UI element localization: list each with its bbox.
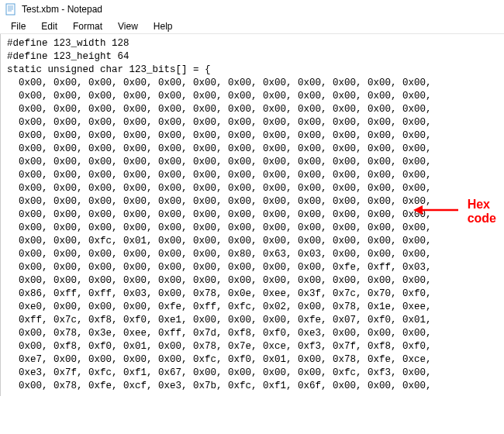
code-line: 0x00, 0x00, 0x00, 0x00, 0x00, 0x00, 0x00… [7, 90, 498, 103]
annotation-line1: Hex [468, 198, 496, 212]
svg-marker-6 [413, 205, 423, 215]
window-title: Test.xbm - Notepad [22, 4, 102, 15]
title-bar: Test.xbm - Notepad [0, 0, 504, 19]
code-line: 0x00, 0x78, 0x3e, 0xee, 0xff, 0x7d, 0xf8… [7, 327, 498, 340]
menu-file[interactable]: File [3, 20, 33, 32]
code-line: 0x86, 0xff, 0xff, 0x03, 0x00, 0x78, 0x0e… [7, 288, 498, 301]
code-line: #define 123_width 128 [7, 37, 498, 50]
menu-view[interactable]: View [110, 20, 146, 32]
code-line: 0x00, 0x00, 0x00, 0x00, 0x00, 0x00, 0x00… [7, 156, 498, 169]
code-line: 0xff, 0x7c, 0xf8, 0xf0, 0xe1, 0x00, 0x00… [7, 314, 498, 327]
code-line: 0x00, 0x78, 0xfe, 0xcf, 0xe3, 0x7b, 0xfc… [7, 380, 498, 393]
code-line: 0x00, 0x00, 0x00, 0x00, 0x00, 0x00, 0x00… [7, 129, 498, 143]
code-line: 0x00, 0x00, 0x00, 0x00, 0x00, 0x00, 0x00… [7, 103, 498, 116]
code-line: #define 123_height 64 [7, 50, 498, 64]
menu-help[interactable]: Help [146, 20, 181, 32]
code-line: 0x00, 0x00, 0x00, 0x00, 0x00, 0x00, 0x00… [7, 261, 498, 274]
code-line: 0x00, 0x00, 0x00, 0x00, 0x00, 0x00, 0x80… [7, 248, 498, 261]
code-line: 0x00, 0x00, 0xfc, 0x01, 0x00, 0x00, 0x00… [7, 235, 498, 248]
annotation-text: Hex code [468, 198, 496, 226]
annotation-line2: code [468, 212, 496, 226]
code-line: 0x00, 0x00, 0x00, 0x00, 0x00, 0x00, 0x00… [7, 182, 498, 195]
menu-edit[interactable]: Edit [33, 20, 65, 32]
menu-format[interactable]: Format [65, 20, 110, 32]
code-line: 0x00, 0x00, 0x00, 0x00, 0x00, 0x00, 0x00… [7, 169, 498, 182]
code-line: 0x00, 0x00, 0x00, 0x00, 0x00, 0x00, 0x00… [7, 116, 498, 129]
arrow-left-icon [413, 202, 460, 221]
notepad-icon [5, 3, 17, 16]
menu-bar: File Edit Format View Help [0, 19, 504, 34]
annotation-callout: Hex code [413, 198, 496, 226]
code-line: 0x00, 0x00, 0x00, 0x00, 0x00, 0x00, 0x00… [7, 274, 498, 288]
code-line: 0x00, 0x00, 0x00, 0x00, 0x00, 0x00, 0x00… [7, 143, 498, 156]
code-line: static unsigned char 123_bits[] = { [7, 64, 498, 77]
code-line: 0x00, 0x00, 0x00, 0x00, 0x00, 0x00, 0x00… [7, 77, 498, 90]
code-line: 0x00, 0xf8, 0xf0, 0x01, 0x00, 0x78, 0x7e… [7, 340, 498, 353]
code-line: 0xe3, 0x7f, 0xfc, 0xf1, 0x67, 0x00, 0x00… [7, 367, 498, 380]
code-line: 0xe0, 0x00, 0x00, 0x00, 0xfe, 0xff, 0xfc… [7, 301, 498, 314]
code-line: 0xe7, 0x00, 0x00, 0x00, 0x00, 0xfc, 0xf0… [7, 353, 498, 367]
